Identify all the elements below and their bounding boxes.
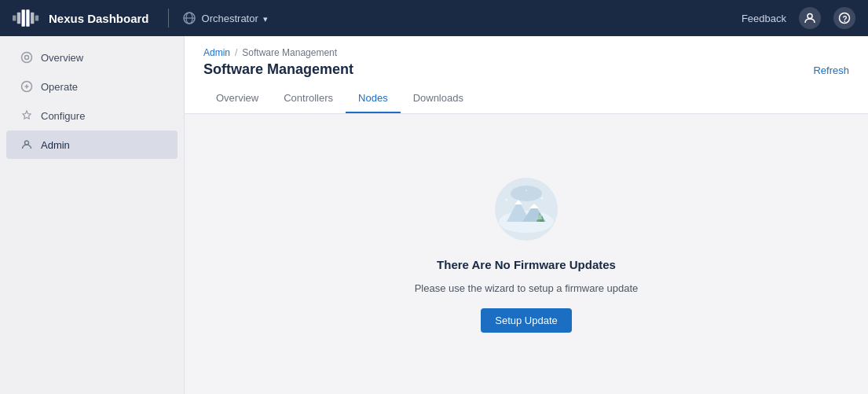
tab-controllers[interactable]: Controllers xyxy=(271,86,346,113)
user-icon-button[interactable] xyxy=(799,7,821,29)
sidebar-admin-label: Admin xyxy=(41,139,70,151)
main-content: Admin / Software Management Software Man… xyxy=(185,36,868,394)
orchestrator-selector[interactable]: Orchestrator xyxy=(181,10,268,26)
svg-point-13 xyxy=(25,56,29,60)
svg-point-12 xyxy=(22,53,32,63)
content-header: Admin / Software Management Software Man… xyxy=(185,36,868,114)
svg-rect-3 xyxy=(26,9,29,27)
svg-text:?: ? xyxy=(843,15,848,24)
svg-rect-1 xyxy=(17,13,20,24)
nav-divider xyxy=(168,9,169,28)
content-body: There Are No Firmware Updates Please use… xyxy=(185,114,868,394)
svg-rect-2 xyxy=(22,9,25,27)
sidebar-item-overview[interactable]: Overview xyxy=(6,43,178,72)
tab-overview[interactable]: Overview xyxy=(203,86,271,113)
orchestrator-label: Orchestrator xyxy=(202,13,258,24)
orchestrator-chevron-icon xyxy=(263,13,268,24)
tab-nodes[interactable]: Nodes xyxy=(346,86,401,113)
overview-icon xyxy=(20,51,33,64)
sidebar-operate-label: Operate xyxy=(41,81,78,93)
breadcrumb-parent[interactable]: Admin xyxy=(203,47,230,58)
svg-point-26 xyxy=(506,198,508,201)
sidebar-item-admin[interactable]: Admin xyxy=(6,131,178,159)
orchestrator-icon xyxy=(181,10,197,26)
sidebar-item-configure[interactable]: Configure xyxy=(6,101,178,130)
svg-rect-4 xyxy=(31,13,34,24)
empty-state-title: There Are No Firmware Updates xyxy=(437,258,616,271)
page-title: Software Management xyxy=(203,61,353,78)
svg-point-28 xyxy=(526,190,527,191)
tabs: Overview Controllers Nodes Downloads xyxy=(203,86,849,113)
layout: Overview Operate Configure Admin xyxy=(0,36,868,394)
refresh-button[interactable]: Refresh xyxy=(813,64,849,86)
sidebar-item-operate[interactable]: Operate xyxy=(6,72,178,101)
svg-point-9 xyxy=(808,14,812,19)
help-icon-button[interactable]: ? xyxy=(833,7,855,29)
topnav-right: Feedback ? xyxy=(742,7,855,29)
cisco-logo-icon xyxy=(13,7,41,29)
empty-state-subtitle: Please use the wizard to setup a firmwar… xyxy=(415,282,639,294)
svg-rect-0 xyxy=(13,15,16,20)
empty-illustration xyxy=(483,176,570,247)
operate-icon xyxy=(20,80,33,93)
breadcrumb-current: Software Management xyxy=(242,47,337,58)
svg-rect-5 xyxy=(35,15,38,20)
feedback-link[interactable]: Feedback xyxy=(742,13,786,24)
admin-icon xyxy=(20,138,33,151)
user-icon xyxy=(804,12,816,24)
logo-area: Nexus Dashboard xyxy=(13,7,149,29)
svg-point-27 xyxy=(541,197,544,199)
sidebar: Overview Operate Configure Admin xyxy=(0,36,185,394)
sidebar-configure-label: Configure xyxy=(41,110,85,122)
breadcrumb-separator: / xyxy=(235,47,237,58)
sidebar-overview-label: Overview xyxy=(41,52,83,64)
help-icon: ? xyxy=(838,12,851,24)
tab-downloads[interactable]: Downloads xyxy=(401,86,476,113)
setup-update-button[interactable]: Setup Update xyxy=(481,308,572,333)
app-title: Nexus Dashboard xyxy=(49,12,149,25)
svg-point-17 xyxy=(511,186,542,201)
topnav: Nexus Dashboard Orchestrator Feedback ? xyxy=(0,0,868,36)
header-row: Admin / Software Management Software Man… xyxy=(203,47,849,86)
empty-state: There Are No Firmware Updates Please use… xyxy=(415,176,639,333)
header-left: Admin / Software Management Software Man… xyxy=(203,47,353,86)
configure-icon xyxy=(20,109,33,122)
breadcrumb: Admin / Software Management xyxy=(203,47,353,58)
